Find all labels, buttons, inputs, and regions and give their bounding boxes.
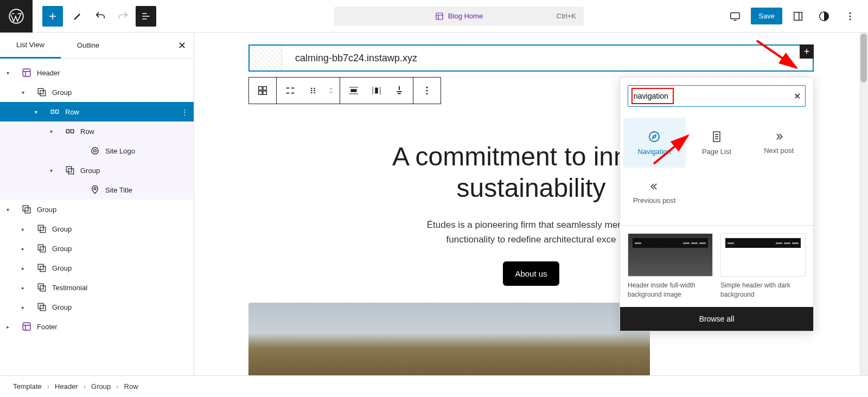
wordpress-logo[interactable] <box>0 0 33 33</box>
tree-item-group[interactable]: ▾Group <box>0 82 194 102</box>
pattern-item[interactable]: Simple header with dark background <box>720 233 806 299</box>
tree-item-label: Group <box>52 88 72 97</box>
svg-point-40 <box>311 92 312 94</box>
svg-rect-13 <box>66 130 69 133</box>
chevron-icon: ▸ <box>22 304 31 310</box>
chevron-icon: ▾ <box>35 109 44 115</box>
chevron-icon: ▸ <box>7 324 16 330</box>
hero-image[interactable] <box>248 303 650 375</box>
result-label: Navigation <box>638 148 671 156</box>
tree-item-group[interactable]: ▸Group <box>0 219 194 239</box>
scrollbar-thumb[interactable] <box>860 34 867 82</box>
breadcrumb-separator: › <box>47 382 49 390</box>
group-icon <box>36 302 48 312</box>
chevron-icon: ▾ <box>22 89 31 95</box>
block-result-previous-post[interactable]: Previous post <box>623 168 686 217</box>
breadcrumb-item[interactable]: Header <box>55 382 78 390</box>
svg-rect-19 <box>23 206 28 211</box>
breadcrumb-item[interactable]: Row <box>124 382 138 390</box>
svg-rect-34 <box>259 91 262 94</box>
svg-rect-21 <box>38 225 43 230</box>
scrollbar[interactable] <box>859 33 868 375</box>
block-options-button[interactable] <box>416 78 438 104</box>
tab-outline[interactable]: Outline <box>61 33 116 59</box>
site-title-text[interactable]: calming-bb7c24.instawp.xyz <box>282 53 417 64</box>
align-button[interactable] <box>342 78 365 104</box>
row-icon <box>64 126 76 136</box>
styles-button[interactable] <box>814 6 834 27</box>
tree-item-group[interactable]: ▸Group <box>0 239 194 258</box>
svg-rect-25 <box>38 264 43 270</box>
view-button[interactable] <box>725 6 745 27</box>
chevron-icon: ▾ <box>7 207 16 213</box>
layout-icon <box>21 68 33 78</box>
svg-point-15 <box>92 148 98 154</box>
tree-item-group[interactable]: ▸Group <box>0 258 194 278</box>
redo-button[interactable] <box>113 6 133 27</box>
horizontal-align-button[interactable] <box>365 78 388 104</box>
tree-item-row[interactable]: ▾Row⋮ <box>0 102 194 121</box>
tools-button[interactable] <box>67 6 88 27</box>
block-result-page-list[interactable]: Page List <box>686 118 748 168</box>
group-icon <box>36 283 48 292</box>
tree-item-label: Group <box>52 303 72 311</box>
close-panel-button[interactable]: ✕ <box>178 40 186 52</box>
tab-list-view[interactable]: List View <box>0 33 61 59</box>
inserter-search-input[interactable] <box>628 92 789 100</box>
justify-button[interactable] <box>279 78 302 104</box>
svg-rect-32 <box>259 87 262 90</box>
result-label: Previous post <box>633 196 676 204</box>
append-block-button[interactable]: + <box>800 44 814 59</box>
browse-all-button[interactable]: Browse all <box>620 307 813 331</box>
tree-item-row[interactable]: ▾Row <box>0 121 194 141</box>
row-icon <box>49 107 61 117</box>
group-icon <box>36 224 48 234</box>
settings-sidebar-button[interactable] <box>788 6 808 27</box>
svg-rect-33 <box>263 87 266 90</box>
tree-item-testimonial[interactable]: ▸Testimonial <box>0 278 194 297</box>
svg-rect-31 <box>23 323 30 330</box>
result-label: Next post <box>764 146 794 155</box>
breadcrumb-item[interactable]: Template <box>13 382 42 390</box>
document-bar[interactable]: Blog Home Ctrl+K <box>334 7 584 26</box>
tree-item-site-title[interactable]: Site Title <box>0 180 194 200</box>
svg-rect-35 <box>263 91 266 94</box>
tree-item-group[interactable]: ▸Group <box>0 297 194 317</box>
breadcrumb-item[interactable]: Group <box>91 382 111 390</box>
pattern-item[interactable]: Header inside full-width background imag… <box>628 233 713 299</box>
pattern-label: Header inside full-width background imag… <box>628 281 713 299</box>
inserter-search: ✕ <box>628 85 806 107</box>
options-button[interactable] <box>840 6 860 27</box>
tree-item-label: Row <box>80 127 94 136</box>
chevron-icon: ▸ <box>22 246 31 252</box>
logo-icon <box>89 146 101 156</box>
clear-search-button[interactable]: ✕ <box>789 91 805 101</box>
block-result-navigation[interactable]: Navigation <box>623 118 686 168</box>
drag-handle[interactable] <box>302 78 324 104</box>
svg-point-18 <box>94 188 96 190</box>
tree-item-header[interactable]: ▾Header <box>0 63 194 82</box>
svg-point-39 <box>314 90 315 92</box>
more-icon[interactable]: ⋮ <box>181 108 188 116</box>
vertical-align-button[interactable] <box>388 78 411 104</box>
document-overview-button[interactable] <box>136 6 156 27</box>
tree-item-footer[interactable]: ▸Footer <box>0 317 194 336</box>
block-result-next-post[interactable]: Next post <box>748 118 810 168</box>
block-inserter-button[interactable] <box>42 6 63 27</box>
save-button[interactable]: Save <box>751 8 782 24</box>
selected-header-row[interactable]: calming-bb7c24.instawp.xyz + <box>248 44 814 72</box>
prev-icon <box>647 181 662 192</box>
next-icon <box>771 131 787 142</box>
tree-item-group[interactable]: ▾Group <box>0 161 194 180</box>
about-us-button[interactable]: About us <box>503 261 559 286</box>
undo-button[interactable] <box>90 6 111 27</box>
tree-item-label: Footer <box>37 323 58 331</box>
tree-item-group[interactable]: ▾Group <box>0 200 194 219</box>
tree-item-site-logo[interactable]: Site Logo <box>0 141 194 161</box>
site-logo-placeholder[interactable] <box>250 46 282 71</box>
move-updown-button[interactable] <box>324 78 337 104</box>
chevron-icon: ▾ <box>50 168 60 174</box>
block-type-button[interactable] <box>251 78 274 104</box>
svg-rect-43 <box>375 88 378 94</box>
document-title: Blog Home <box>448 12 483 20</box>
